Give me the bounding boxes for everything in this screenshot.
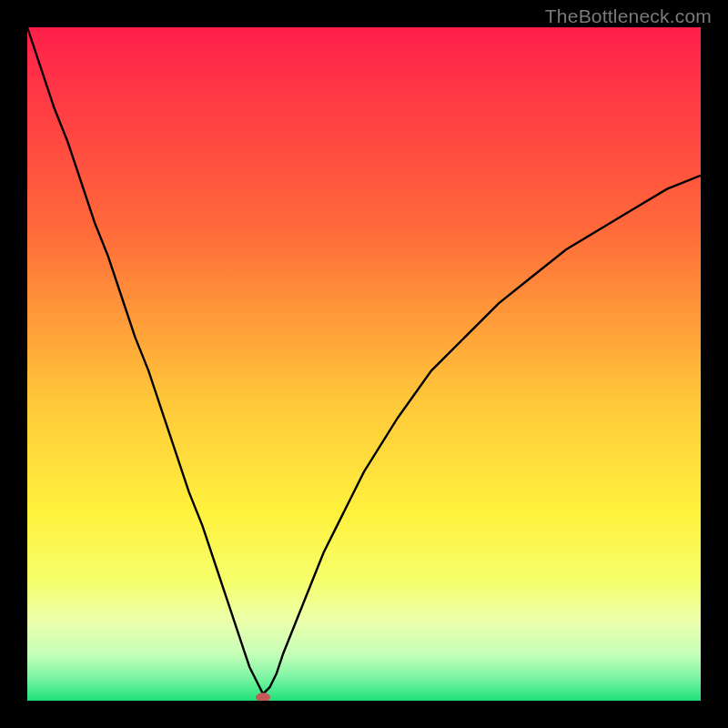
chart-background xyxy=(27,27,701,701)
watermark-text: TheBottleneck.com xyxy=(545,5,712,27)
chart-frame: TheBottleneck.com xyxy=(0,0,728,728)
bottleneck-chart xyxy=(27,27,701,701)
